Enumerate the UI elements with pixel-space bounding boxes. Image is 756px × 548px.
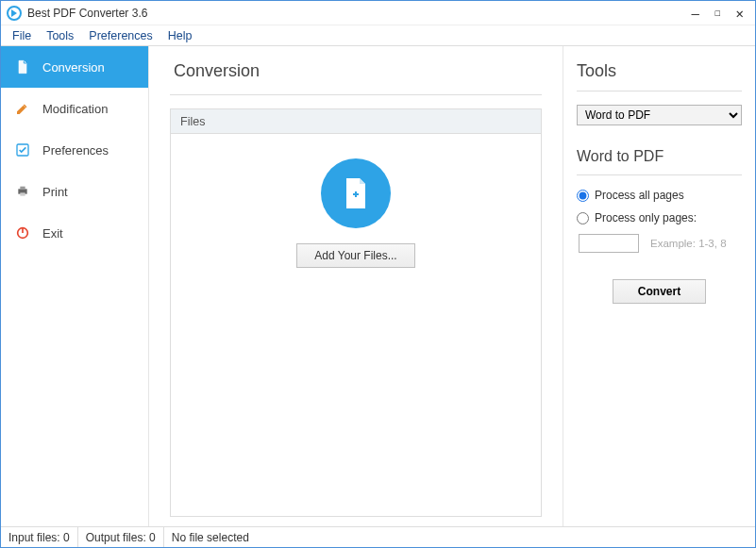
add-file-icon: [321, 158, 391, 228]
status-output-files: Output files: 0: [78, 527, 164, 547]
menu-preferences[interactable]: Preferences: [81, 27, 160, 44]
window-controls: — ☐ ✕: [692, 6, 750, 21]
document-icon: [14, 58, 31, 75]
sidebar-item-print[interactable]: Print: [1, 171, 148, 212]
menu-bar: File Tools Preferences Help: [1, 25, 755, 46]
radio-only-label: Process only pages:: [595, 211, 697, 224]
app-icon: [7, 6, 22, 21]
radio-all-label: Process all pages: [595, 189, 684, 202]
svg-rect-3: [20, 187, 25, 190]
menu-help[interactable]: Help: [160, 27, 200, 44]
sidebar-item-label: Modification: [42, 102, 108, 116]
app-title: Best PDF Converter 3.6: [27, 7, 692, 20]
sidebar: Conversion Modification Preferences Prin…: [1, 46, 149, 526]
conversion-type-select[interactable]: Word to PDF: [577, 105, 742, 125]
convert-button[interactable]: Convert: [613, 279, 706, 304]
content-panel: Conversion Files Add Your Files...: [149, 46, 563, 526]
maximize-button[interactable]: ☐: [714, 7, 721, 19]
files-drop-area[interactable]: Add Your Files...: [171, 134, 541, 516]
tools-panel: Tools Word to PDF Word to PDF Process al…: [563, 46, 755, 526]
close-button[interactable]: ✕: [736, 6, 744, 21]
pages-range-input[interactable]: [579, 234, 639, 253]
tools-title: Tools: [577, 61, 742, 81]
power-icon: [14, 224, 31, 241]
sidebar-item-preferences[interactable]: Preferences: [1, 129, 148, 171]
section-title: Word to PDF: [577, 148, 742, 165]
sidebar-item-label: Conversion: [42, 60, 105, 75]
files-box: Files Add Your Files...: [170, 108, 542, 517]
menu-file[interactable]: File: [5, 27, 39, 44]
main-area: Conversion Modification Preferences Prin…: [1, 46, 755, 526]
radio-only-pages[interactable]: Process only pages:: [577, 211, 742, 224]
status-input-files: Input files: 0: [1, 527, 78, 547]
divider: [577, 91, 742, 91]
radio-only-input[interactable]: [577, 212, 589, 224]
pencil-icon: [14, 100, 31, 117]
pages-example: Example: 1-3, 8: [650, 238, 727, 249]
status-selection: No file selected: [164, 527, 755, 547]
sidebar-item-modification[interactable]: Modification: [1, 88, 148, 129]
svg-rect-4: [20, 192, 25, 195]
title-bar: Best PDF Converter 3.6 — ☐ ✕: [1, 1, 755, 25]
minimize-button[interactable]: —: [692, 6, 699, 21]
menu-tools[interactable]: Tools: [39, 27, 81, 44]
sidebar-item-label: Exit: [42, 226, 63, 241]
add-files-button[interactable]: Add Your Files...: [296, 243, 414, 268]
checkbox-icon: [14, 141, 31, 158]
sidebar-item-exit[interactable]: Exit: [1, 212, 148, 254]
page-title: Conversion: [170, 61, 542, 81]
divider: [170, 94, 542, 95]
printer-icon: [14, 183, 31, 200]
divider: [577, 174, 742, 175]
status-bar: Input files: 0 Output files: 0 No file s…: [1, 526, 755, 547]
files-header: Files: [171, 109, 541, 134]
sidebar-item-conversion[interactable]: Conversion: [1, 46, 148, 88]
svg-rect-8: [355, 191, 357, 197]
sidebar-item-label: Print: [42, 185, 68, 199]
radio-all-input[interactable]: [577, 190, 589, 202]
radio-all-pages[interactable]: Process all pages: [577, 189, 742, 202]
sidebar-item-label: Preferences: [42, 143, 109, 158]
